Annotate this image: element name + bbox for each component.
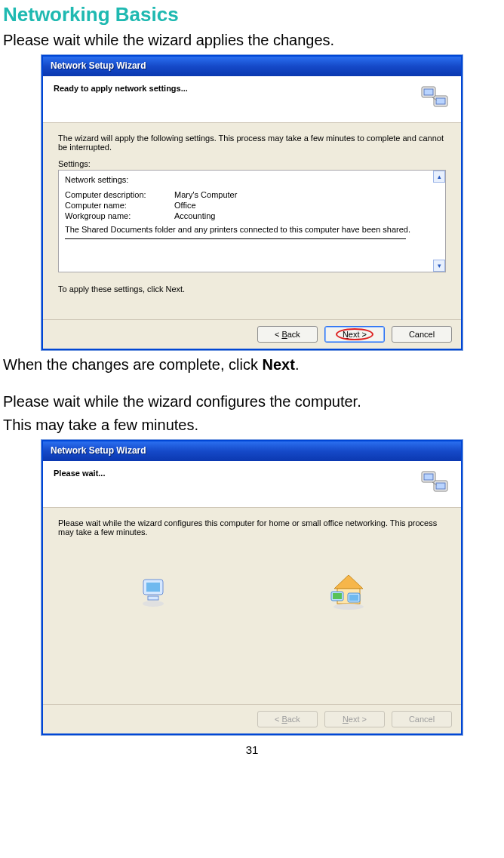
computer-name-value: Office xyxy=(174,201,196,210)
scroll-up-button[interactable]: ▴ xyxy=(433,171,445,183)
workgroup-name-value: Accounting xyxy=(174,211,215,220)
svg-rect-11 xyxy=(146,583,160,592)
computer-description-label: Computer description: xyxy=(65,190,174,199)
svg-rect-3 xyxy=(436,98,445,104)
intro-text-2b: This may take a few minutes. xyxy=(3,416,501,435)
apply-settings-note: To apply these settings, click Next. xyxy=(58,284,446,294)
intro-text-2a: Please wait while the wizard configures … xyxy=(3,392,501,411)
computer-description-value: Mary's Computer xyxy=(174,190,237,199)
cancel-button[interactable]: Cancel xyxy=(392,326,452,343)
network-house-icon xyxy=(327,572,370,614)
network-devices-icon xyxy=(419,467,452,502)
settings-label: Settings: xyxy=(58,159,446,168)
svg-rect-1 xyxy=(424,89,433,95)
page-number: 31 xyxy=(3,743,501,756)
wizard-header-title: Ready to apply network settings... xyxy=(54,84,450,93)
wizard-header-title: Please wait... xyxy=(54,469,450,478)
wizard-footer: < Back Next > Cancel xyxy=(43,704,461,733)
svg-marker-14 xyxy=(334,575,363,589)
page-title: Networking Basics xyxy=(3,3,501,26)
back-button: < Back xyxy=(257,711,318,727)
next-button: Next > xyxy=(324,711,385,727)
wizard-body-text: Please wait while the wizard configures … xyxy=(58,518,446,537)
wizard-footer: < Back Next > Cancel xyxy=(43,319,461,349)
next-button[interactable]: Next > xyxy=(324,326,385,343)
computer-name-label: Computer name: xyxy=(65,201,174,210)
svg-rect-8 xyxy=(436,483,445,489)
progress-animation xyxy=(58,559,446,627)
shared-folder-note: The Shared Documents folder and any prin… xyxy=(65,225,424,234)
cancel-button: Cancel xyxy=(392,711,452,727)
network-settings-heading: Network settings: xyxy=(65,175,424,184)
intro-text-1: Please wait while the wizard applies the… xyxy=(3,31,501,50)
svg-rect-17 xyxy=(333,593,342,599)
scroll-down-button[interactable]: ▾ xyxy=(433,260,445,272)
wizard-wait-screenshot: Network Setup Wizard Please wait... Plea… xyxy=(41,439,463,736)
divider xyxy=(65,238,406,239)
wizard-ready-screenshot: Network Setup Wizard Ready to apply netw… xyxy=(41,54,463,351)
wizard-body: The wizard will apply the following sett… xyxy=(43,123,461,319)
svg-rect-12 xyxy=(148,596,158,600)
mid-text: When the changes are complete, click Nex… xyxy=(3,355,501,374)
settings-box: ▴ ▾ Network settings: Computer descripti… xyxy=(58,170,446,272)
wizard-header: Ready to apply network settings... xyxy=(43,76,461,123)
window-titlebar: Network Setup Wizard xyxy=(43,441,461,461)
workgroup-name-label: Workgroup name: xyxy=(65,211,174,220)
wizard-body: Please wait while the wizard configures … xyxy=(43,508,461,704)
computer-icon xyxy=(134,572,175,614)
svg-rect-19 xyxy=(349,595,358,601)
svg-rect-6 xyxy=(424,474,433,480)
network-devices-icon xyxy=(419,82,452,117)
window-titlebar: Network Setup Wizard xyxy=(43,57,461,76)
wizard-header: Please wait... xyxy=(43,461,461,508)
back-button[interactable]: < Back xyxy=(257,326,318,343)
wizard-body-text: The wizard will apply the following sett… xyxy=(58,134,446,152)
svg-point-13 xyxy=(143,601,164,607)
svg-point-20 xyxy=(333,604,364,610)
